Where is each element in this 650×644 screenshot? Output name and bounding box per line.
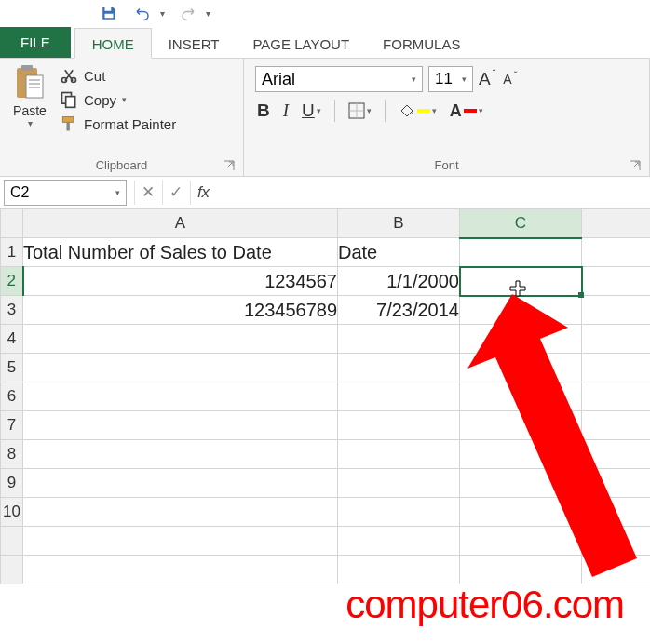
cell-a2[interactable]: 1234567	[23, 267, 338, 296]
cell-a12[interactable]	[23, 556, 338, 584]
cell-d6[interactable]	[582, 382, 651, 411]
row-header-4[interactable]: 4	[1, 325, 23, 354]
name-box[interactable]: C2 ▾	[4, 180, 127, 206]
cut-button[interactable]: Cut	[60, 66, 176, 85]
font-name-select[interactable]: Arial ▾	[255, 66, 423, 92]
cell-c11[interactable]	[460, 527, 582, 556]
cell-b1[interactable]: Date	[338, 238, 460, 267]
cell-b6[interactable]	[338, 382, 460, 411]
cell-a11[interactable]	[23, 527, 338, 556]
cell-d4[interactable]	[582, 325, 651, 354]
cell-d9[interactable]	[582, 469, 651, 498]
cell-b12[interactable]	[338, 556, 460, 584]
cell-b4[interactable]	[338, 325, 460, 354]
cell-c3[interactable]	[460, 296, 582, 325]
tab-page-layout[interactable]: PAGE LAYOUT	[236, 29, 366, 58]
undo-dropdown-icon[interactable]: ▾	[160, 8, 165, 19]
qat-customize-icon[interactable]: ▾	[206, 8, 210, 19]
cell-c5[interactable]	[460, 354, 582, 382]
row-header-3[interactable]: 3	[1, 296, 23, 325]
row-header-6[interactable]: 6	[1, 382, 23, 411]
formula-input[interactable]	[216, 180, 650, 206]
grow-font-button[interactable]: A	[479, 69, 491, 89]
cell-a4[interactable]	[23, 325, 338, 354]
row-header-9[interactable]: 9	[1, 469, 23, 498]
cell-a5[interactable]	[23, 354, 338, 382]
cell-b3[interactable]: 7/23/2014	[338, 296, 460, 325]
separator	[385, 100, 386, 122]
cell-a9[interactable]	[23, 469, 338, 498]
fill-color-button[interactable]: ▾	[399, 102, 437, 119]
row-header-2[interactable]: 2	[1, 267, 23, 296]
undo-icon[interactable]	[132, 3, 153, 23]
insert-function-button[interactable]: fx	[190, 181, 216, 205]
fill-handle[interactable]	[578, 292, 584, 298]
cell-c7[interactable]	[460, 411, 582, 440]
cell-b7[interactable]	[338, 411, 460, 440]
font-color-button[interactable]: A ▾	[450, 101, 483, 121]
cell-c8[interactable]	[460, 440, 582, 469]
row-header-10[interactable]: 10	[1, 498, 23, 527]
cell-d1[interactable]	[582, 238, 651, 267]
clipboard-launcher-icon[interactable]	[223, 159, 236, 172]
cell-a7[interactable]	[23, 411, 338, 440]
copy-dropdown-icon[interactable]: ▾	[122, 95, 127, 104]
font-launcher-icon[interactable]	[629, 159, 642, 172]
svg-rect-11	[66, 97, 75, 108]
column-header-d[interactable]	[582, 209, 651, 238]
column-header-a[interactable]: A	[23, 209, 338, 238]
save-icon[interactable]	[99, 3, 119, 23]
tab-formulas[interactable]: FORMULAS	[366, 29, 477, 58]
tab-insert[interactable]: INSERT	[152, 29, 237, 58]
row-header-7[interactable]: 7	[1, 411, 23, 440]
cell-c6[interactable]	[460, 382, 582, 411]
cell-a6[interactable]	[23, 382, 338, 411]
paste-button[interactable]: Paste ▾	[7, 62, 52, 154]
row-header-8[interactable]: 8	[1, 440, 23, 469]
tab-file[interactable]: FILE	[0, 27, 71, 58]
cell-b10[interactable]	[338, 498, 460, 527]
cancel-formula-button[interactable]: ✕	[134, 181, 160, 205]
row-header-11[interactable]	[1, 527, 23, 556]
underline-button[interactable]: U ▾	[302, 101, 321, 121]
cell-c1[interactable]	[460, 238, 582, 267]
cell-c9[interactable]	[460, 469, 582, 498]
cell-b2[interactable]: 1/1/2000	[338, 267, 460, 296]
cell-a8[interactable]	[23, 440, 338, 469]
row-header-1[interactable]: 1	[1, 238, 23, 267]
paste-dropdown-icon[interactable]: ▾	[28, 118, 33, 128]
row-header-5[interactable]: 5	[1, 354, 23, 382]
cell-d11[interactable]	[582, 527, 651, 556]
cell-b8[interactable]	[338, 440, 460, 469]
cell-d12[interactable]	[582, 556, 651, 584]
cell-d5[interactable]	[582, 354, 651, 382]
cell-b9[interactable]	[338, 469, 460, 498]
copy-button[interactable]: Copy ▾	[60, 90, 176, 109]
tab-home[interactable]: HOME	[74, 28, 152, 59]
column-header-b[interactable]: B	[338, 209, 460, 238]
row-header-12[interactable]	[1, 556, 23, 584]
cell-d3[interactable]	[582, 296, 651, 325]
cell-a1[interactable]: Total Number of Sales to Date	[23, 238, 338, 267]
bold-button[interactable]: B	[257, 101, 270, 121]
cell-c12[interactable]	[460, 556, 582, 584]
cell-d10[interactable]	[582, 498, 651, 527]
cell-a10[interactable]	[23, 498, 338, 527]
italic-button[interactable]: I	[283, 101, 289, 121]
cell-c4[interactable]	[460, 325, 582, 354]
enter-formula-button[interactable]: ✓	[162, 181, 188, 205]
cell-d2[interactable]	[582, 267, 651, 296]
borders-button[interactable]: ▾	[348, 102, 372, 119]
shrink-font-button[interactable]: A	[503, 72, 511, 87]
cell-b5[interactable]	[338, 354, 460, 382]
format-painter-button[interactable]: Format Painter	[60, 114, 176, 133]
cell-a3[interactable]: 123456789	[23, 296, 338, 325]
column-header-c[interactable]: C	[460, 209, 582, 238]
redo-icon[interactable]	[178, 3, 198, 23]
cell-d8[interactable]	[582, 440, 651, 469]
font-size-select[interactable]: 11 ▾	[428, 66, 473, 92]
cell-c10[interactable]	[460, 498, 582, 527]
cell-d7[interactable]	[582, 411, 651, 440]
cell-b11[interactable]	[338, 527, 460, 556]
select-all-corner[interactable]	[1, 209, 23, 238]
